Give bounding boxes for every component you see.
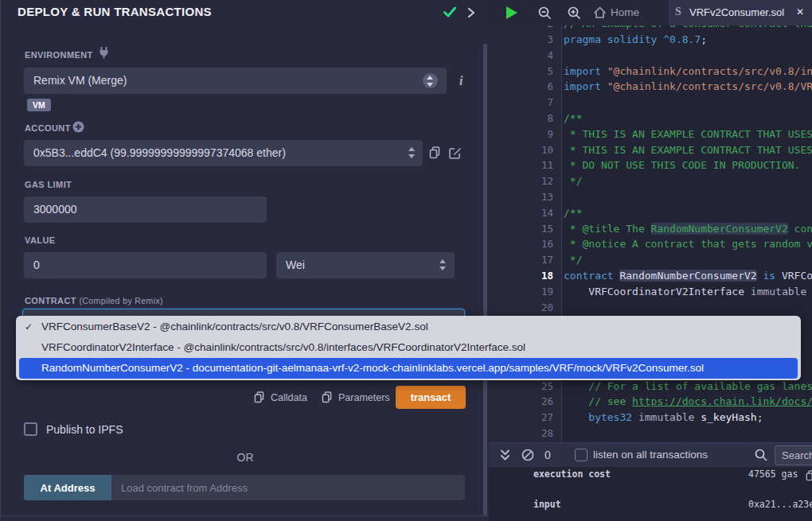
listen-all-label: listen on all transactions <box>593 449 708 461</box>
line-number: 17 <box>541 252 553 268</box>
plug-icon <box>98 46 110 59</box>
calldata-button[interactable]: Calldata <box>271 392 307 403</box>
collapse-terminal-icon[interactable] <box>500 449 510 461</box>
tab-bar: Home S VRFv2Consumer.sol ✕ <box>489 0 812 25</box>
terminal-content: execution cost47565 gasinput0xa21...a23e… <box>489 467 812 521</box>
chevron-right-icon[interactable] <box>467 8 475 17</box>
receipt-value: 0xa21...a23e4 <box>748 499 812 510</box>
line-number: 3 <box>547 32 553 48</box>
code-line: contract RandomNumberConsumerV2 is VRFCo… <box>564 268 812 284</box>
select-caret-icon[interactable] <box>439 259 447 270</box>
line-number: 13 <box>541 189 553 205</box>
terminal-search-input[interactable] <box>775 445 812 465</box>
transaction-count: 0 <box>545 449 551 461</box>
account-select[interactable]: 0x5B3...eddC4 (99.99999999999997374068 e… <box>24 140 423 166</box>
code-line: import "@chainlink/contracts/src/v0.8/VR… <box>564 79 812 95</box>
copy-icon[interactable] <box>254 391 264 403</box>
gas-limit-label: GAS LIMIT <box>25 180 72 189</box>
contract-option[interactable]: ✓VRFConsumerBaseV2 - @chainlink/contract… <box>16 317 801 337</box>
at-address-button[interactable]: At Address <box>24 475 111 500</box>
option-check-icon: ✓ <box>25 317 33 337</box>
environment-value: Remix VM (Merge) <box>33 74 127 87</box>
receipt-value: 47565 gas <box>748 469 798 480</box>
search-icon <box>755 449 767 461</box>
receipt-row: execution cost47565 gas <box>489 469 812 481</box>
value-label: VALUE <box>25 235 55 245</box>
panel-title: DEPLOY & RUN TRANSACTIONS <box>18 5 212 18</box>
copy-icon[interactable] <box>322 391 332 403</box>
listen-all-checkbox[interactable] <box>575 449 588 461</box>
line-number: 10 <box>541 142 553 158</box>
line-number: 15 <box>541 221 553 237</box>
environment-select[interactable]: Remix VM (Merge) <box>24 68 447 94</box>
terminal-bar: 0 listen on all transactions <box>489 442 812 467</box>
value-input[interactable]: 0 <box>24 252 267 278</box>
code-line: * @title The RandomNumberConsumerV2 cont… <box>564 221 812 237</box>
line-number: 27 <box>541 410 553 426</box>
code-line: // An example of a consumer contract tha… <box>564 25 812 32</box>
code-line: * THIS IS AN EXAMPLE CONTRACT THAT USES … <box>564 126 812 142</box>
account-label: ACCOUNT <box>25 123 71 133</box>
line-number: 14 <box>541 205 553 221</box>
tab-home[interactable]: Home <box>611 6 639 18</box>
receipt-row: input0xa21...a23e4 <box>489 499 812 511</box>
code-line: /** <box>564 205 582 221</box>
at-address-input[interactable] <box>111 475 465 500</box>
info-icon[interactable]: i <box>459 74 463 88</box>
line-number: 16 <box>541 236 553 252</box>
value-unit-select[interactable]: Wei <box>276 252 455 278</box>
environment-label: ENVIRONMENT <box>25 50 93 60</box>
contract-sublabel: (Compiled by Remix) <box>79 296 163 305</box>
home-icon[interactable] <box>593 6 607 19</box>
line-number: 7 <box>547 95 553 111</box>
tab-file-active[interactable]: S VRFv2Consumer.sol ✕ <box>669 0 812 25</box>
option-label: RandomNumberConsumerV2 - documentation-g… <box>41 362 704 374</box>
gas-limit-value: 3000000 <box>33 203 77 216</box>
receipt-key: execution cost <box>533 469 611 480</box>
panel-scrollbar[interactable] <box>483 44 487 515</box>
line-number: 12 <box>541 173 553 189</box>
clear-console-icon[interactable] <box>521 449 534 461</box>
line-number: 11 <box>541 157 553 173</box>
run-script-icon[interactable] <box>506 6 517 19</box>
parameters-button[interactable]: Parameters <box>338 392 390 403</box>
panel-divider <box>1 515 490 516</box>
code-line: */ <box>564 252 582 268</box>
close-tab-icon[interactable]: ✕ <box>796 6 804 17</box>
edit-pencil-icon[interactable] <box>449 146 462 159</box>
zoom-out-icon[interactable] <box>538 6 552 20</box>
line-number: 28 <box>541 426 553 441</box>
line-number: 19 <box>541 284 553 300</box>
zoom-in-icon[interactable] <box>568 6 581 20</box>
gas-limit-input[interactable]: 3000000 <box>24 196 267 223</box>
copy-icon[interactable] <box>429 146 440 159</box>
code-line: * @notice A contract that gets random va… <box>564 236 812 252</box>
line-number: 26 <box>541 394 553 410</box>
code-line: /** <box>564 111 582 126</box>
line-number: 25 <box>541 379 553 395</box>
line-number: 9 <box>547 126 553 142</box>
select-caret-icon[interactable] <box>423 73 438 88</box>
copy-icon[interactable] <box>806 469 812 484</box>
solidity-file-icon: S <box>675 6 681 18</box>
code-line: * THIS IS AN EXAMPLE CONTRACT THAT USES … <box>564 142 812 158</box>
publish-ipfs-checkbox[interactable] <box>24 422 37 436</box>
editor-region: Home S VRFv2Consumer.sol ✕ 2345678910111… <box>489 0 812 521</box>
tab-file-label: VRFv2Consumer.sol <box>689 6 784 18</box>
transact-button[interactable]: transact <box>396 386 466 409</box>
contract-dropdown: ✓VRFConsumerBaseV2 - @chainlink/contract… <box>16 316 801 380</box>
code-line: // For a list of available gas lanes on … <box>564 379 812 395</box>
select-caret-icon[interactable] <box>408 147 416 158</box>
value-amount: 0 <box>33 259 40 271</box>
value-unit: Wei <box>286 259 305 271</box>
plus-circle-icon[interactable] <box>72 121 84 133</box>
code-line: pragma solidity ^0.8.7; <box>564 32 707 48</box>
line-number: 5 <box>547 64 553 80</box>
receipt-key: input <box>533 499 561 510</box>
code-line: * DO NOT USE THIS CODE IN PRODUCTION. <box>564 157 800 173</box>
code-line: import "@chainlink/contracts/src/v0.8/in… <box>564 64 812 80</box>
contract-option[interactable]: VRFCoordinatorV2Interface - @chainlink/c… <box>16 337 801 358</box>
contract-option[interactable]: RandomNumberConsumerV2 - documentation-g… <box>19 358 798 379</box>
code-line: */ <box>564 173 582 189</box>
line-number: 6 <box>547 79 553 95</box>
